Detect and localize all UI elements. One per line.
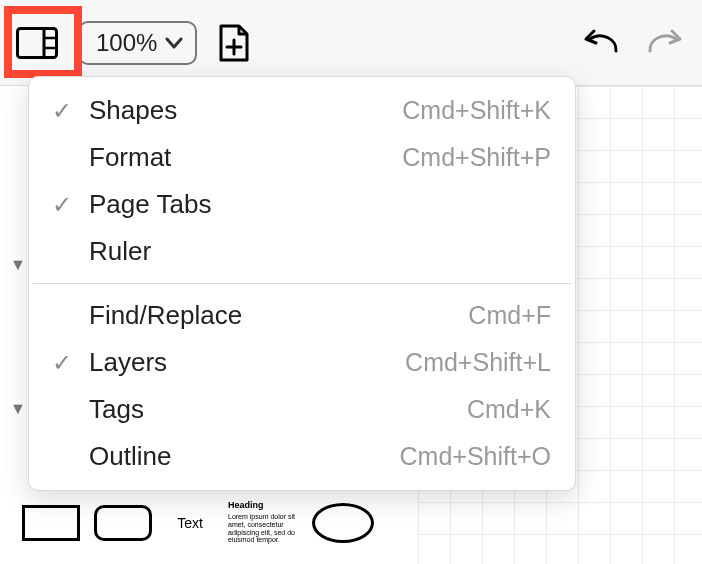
svg-rect-0: [18, 28, 57, 57]
shape-heading-title: Heading: [228, 501, 298, 511]
menu-item-label: Page Tabs: [89, 189, 551, 220]
menu-item-page-tabs[interactable]: ✓Page Tabs: [29, 181, 575, 228]
shape-ellipse[interactable]: [312, 503, 374, 543]
menu-separator: [33, 283, 571, 284]
shape-rectangle[interactable]: [22, 505, 80, 541]
menu-item-shortcut: Cmd+Shift+P: [402, 143, 551, 172]
shape-text[interactable]: Text: [166, 515, 214, 531]
menu-item-shortcut: Cmd+K: [467, 395, 551, 424]
menu-item-layers[interactable]: ✓LayersCmd+Shift+L: [29, 339, 575, 386]
check-icon: ✓: [47, 349, 77, 377]
shape-palette-row: Text Heading Lorem ipsum dolor sit amet,…: [22, 501, 374, 544]
menu-item-ruler[interactable]: Ruler: [29, 228, 575, 275]
view-menu: ✓ShapesCmd+Shift+KFormatCmd+Shift+P✓Page…: [28, 76, 576, 491]
menu-item-shortcut: Cmd+Shift+L: [405, 348, 551, 377]
menu-item-tags[interactable]: TagsCmd+K: [29, 386, 575, 433]
redo-button[interactable]: [640, 23, 692, 63]
menu-item-label: Ruler: [89, 236, 551, 267]
check-icon: ✓: [47, 97, 77, 125]
redo-icon: [646, 29, 686, 57]
shape-heading[interactable]: Heading Lorem ipsum dolor sit amet, cons…: [228, 501, 298, 544]
menu-item-label: Layers: [89, 347, 405, 378]
panel-toggle-button[interactable]: [10, 21, 64, 65]
undo-icon: [580, 29, 620, 57]
zoom-value: 100%: [96, 29, 157, 57]
zoom-select[interactable]: 100%: [78, 21, 197, 65]
menu-item-label: Format: [89, 142, 402, 173]
menu-item-shortcut: Cmd+Shift+K: [402, 96, 551, 125]
menu-item-label: Find/Replace: [89, 300, 468, 331]
shape-rounded-rectangle[interactable]: [94, 505, 152, 541]
panel-toggle-icon: [16, 27, 58, 59]
new-page-icon: [217, 24, 251, 62]
menu-item-find-replace[interactable]: Find/ReplaceCmd+F: [29, 292, 575, 339]
disclosure-triangle-icon[interactable]: ▼: [10, 400, 26, 418]
undo-button[interactable]: [574, 23, 626, 63]
menu-item-outline[interactable]: OutlineCmd+Shift+O: [29, 433, 575, 480]
shape-heading-body: Lorem ipsum dolor sit amet, consectetur …: [228, 513, 295, 543]
check-icon: ✓: [47, 191, 77, 219]
toolbar: 100%: [0, 0, 702, 86]
menu-item-label: Tags: [89, 394, 467, 425]
menu-item-shortcut: Cmd+F: [468, 301, 551, 330]
disclosure-triangle-icon[interactable]: ▼: [10, 256, 26, 274]
menu-item-label: Outline: [89, 441, 400, 472]
menu-item-shortcut: Cmd+Shift+O: [400, 442, 551, 471]
new-page-button[interactable]: [211, 18, 257, 68]
menu-item-format[interactable]: FormatCmd+Shift+P: [29, 134, 575, 181]
menu-item-label: Shapes: [89, 95, 402, 126]
menu-item-shapes[interactable]: ✓ShapesCmd+Shift+K: [29, 87, 575, 134]
chevron-down-icon: [165, 36, 183, 50]
